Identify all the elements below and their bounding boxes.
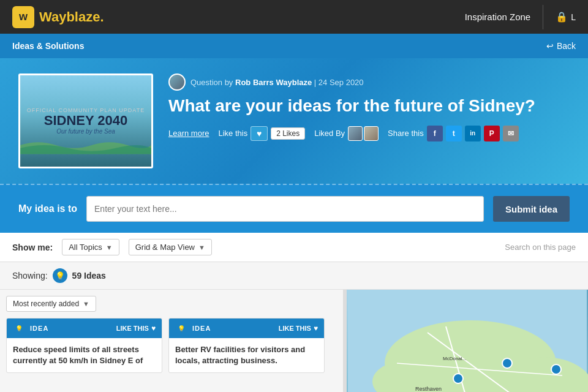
question-meta: Question by Rob Barrs Wayblaze | 24 Sep … xyxy=(168,74,570,91)
header: w Wayblaze. Inspiration Zone 🔒 L xyxy=(0,0,588,34)
svg-point-8 xyxy=(551,364,561,374)
ideas-grid: 💡 IDEA LIKE THIS ♥ Reduce speed limits o… xyxy=(6,318,337,373)
pinterest-share-button[interactable]: P xyxy=(484,126,500,141)
idea-icon: 💡 xyxy=(13,322,25,334)
sort-bar: Most recently added ▼ xyxy=(6,296,337,312)
liked-avatar-1 xyxy=(348,126,363,141)
twitter-share-button[interactable]: t xyxy=(446,126,462,141)
heart-icon: ♥ xyxy=(314,324,318,333)
logo-name: Wayblaze. xyxy=(39,9,104,25)
liked-avatars xyxy=(348,126,379,141)
liked-avatar-2 xyxy=(364,126,379,141)
nav-bar: Ideas & Solutions ↩ Back xyxy=(0,34,588,58)
idea-card-text: Better RV facilities for visitors and lo… xyxy=(175,344,318,366)
idea-bar: My idea is to Submit idea xyxy=(0,184,588,233)
liked-by-section: Liked By xyxy=(314,126,379,141)
all-topics-dropdown[interactable]: All Topics ▼ xyxy=(62,239,119,255)
idea-card-text: Reduce speed limits of all streets curre… xyxy=(13,344,156,366)
showing-label: Showing: xyxy=(12,271,48,281)
idea-card: 💡 IDEA LIKE THIS ♥ Better RV facilities … xyxy=(168,318,325,373)
idea-tag: 💡 IDEA xyxy=(13,322,48,334)
idea-card-header: 💡 IDEA LIKE THIS ♥ xyxy=(169,318,324,338)
idea-card-body: Better RV facilities for visitors and lo… xyxy=(169,338,324,372)
idea-tag: 💡 IDEA xyxy=(175,322,211,334)
share-section: Share this f t in P ✉ xyxy=(388,126,519,141)
filter-bar: Show me: All Topics ▼ Grid & Map View ▼ … xyxy=(0,233,588,262)
like-section: Like this ♥ 2 Likes xyxy=(218,126,305,141)
header-right: Inspiration Zone 🔒 L xyxy=(465,5,576,29)
svg-text:Resthaven: Resthaven xyxy=(415,386,442,392)
logo-area: w Wayblaze. xyxy=(12,6,104,28)
map-svg: Resthaven McDonal... xyxy=(347,290,588,392)
facebook-share-button[interactable]: f xyxy=(427,126,443,141)
ideas-count: 59 Ideas xyxy=(72,271,106,281)
like-button[interactable]: ♥ xyxy=(251,126,268,141)
avatar xyxy=(168,74,186,91)
logo-icon[interactable]: w xyxy=(12,6,34,28)
likes-count: 2 Likes xyxy=(271,127,305,140)
view-dropdown[interactable]: Grid & Map View ▼ xyxy=(129,239,212,255)
svg-point-9 xyxy=(453,374,463,383)
svg-text:McDonal...: McDonal... xyxy=(443,356,466,361)
learn-more-link[interactable]: Learn more xyxy=(168,129,209,138)
hero-sub-text: Our future by the Sea xyxy=(27,128,145,135)
idea-card: 💡 IDEA LIKE THIS ♥ Reduce speed limits o… xyxy=(6,318,162,373)
chevron-down-icon: ▼ xyxy=(83,300,89,307)
email-share-button[interactable]: ✉ xyxy=(503,126,519,141)
submit-idea-button[interactable]: Submit idea xyxy=(493,196,570,222)
ideas-list: Most recently added ▼ 💡 IDEA LIKE THIS ♥ xyxy=(0,290,343,392)
map-section: 38 ideas have no location. View them. + … xyxy=(347,290,588,392)
nav-title: Ideas & Solutions xyxy=(12,41,84,51)
linkedin-share-button[interactable]: in xyxy=(465,126,481,141)
show-me-label: Show me: xyxy=(12,243,53,252)
inspiration-zone-link[interactable]: Inspiration Zone xyxy=(465,12,531,22)
sort-dropdown[interactable]: Most recently added ▼ xyxy=(6,296,96,312)
hero-year-text: SIDNEY 2040 xyxy=(27,113,145,128)
back-button[interactable]: ↩ Back xyxy=(546,41,576,51)
header-divider xyxy=(543,5,543,29)
main-content: Most recently added ▼ 💡 IDEA LIKE THIS ♥ xyxy=(0,290,588,392)
chevron-down-icon: ▼ xyxy=(198,244,205,251)
svg-point-7 xyxy=(502,358,512,368)
question-meta-text: Question by Rob Barrs Wayblaze | 24 Sep … xyxy=(190,78,364,87)
idea-label: My idea is to xyxy=(18,203,77,214)
hero-section: OFFICIAL COMMUNITY PLAN UPDATE SIDNEY 20… xyxy=(0,58,588,184)
hero-waves-icon xyxy=(20,136,151,154)
chevron-down-icon: ▼ xyxy=(106,244,113,251)
search-placeholder: Search on this page xyxy=(505,243,576,252)
hero-actions: Learn more Like this ♥ 2 Likes Liked By … xyxy=(168,126,570,141)
hero-content: Question by Rob Barrs Wayblaze | 24 Sep … xyxy=(168,74,570,141)
like-this-button[interactable]: LIKE THIS ♥ xyxy=(279,324,318,333)
idea-icon: 💡 xyxy=(175,322,187,334)
showing-bar: Showing: 💡 59 Ideas xyxy=(0,262,588,290)
idea-card-body: Reduce speed limits of all streets curre… xyxy=(7,338,162,372)
like-this-button[interactable]: LIKE THIS ♥ xyxy=(116,324,156,333)
idea-card-header: 💡 IDEA LIKE THIS ♥ xyxy=(7,318,162,338)
idea-input[interactable] xyxy=(86,196,484,222)
login-button[interactable]: 🔒 L xyxy=(556,11,576,23)
hero-title: What are your ideas for the future of Si… xyxy=(168,96,570,116)
hero-image: OFFICIAL COMMUNITY PLAN UPDATE SIDNEY 20… xyxy=(18,74,153,168)
ideas-icon: 💡 xyxy=(53,268,67,283)
heart-icon: ♥ xyxy=(151,324,156,333)
